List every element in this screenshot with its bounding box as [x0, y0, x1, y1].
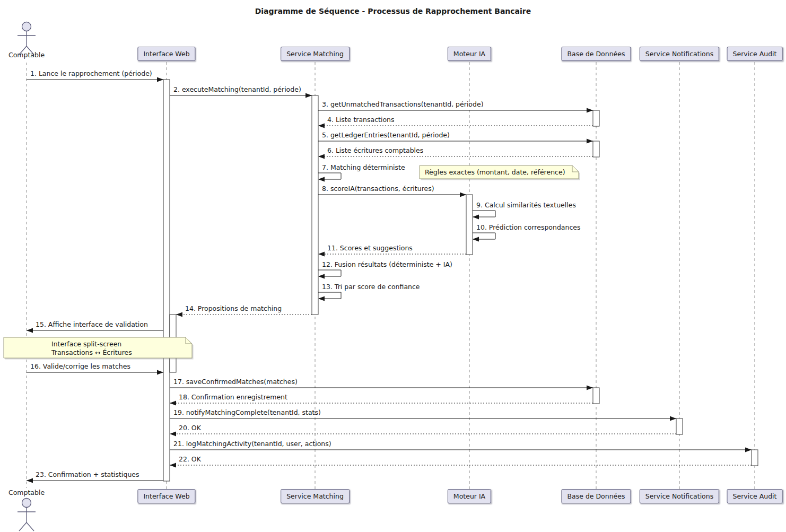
message-5: 5. getLedgerEntries(tenantId, période) [318, 131, 593, 144]
participant-box-notif-top: Service Notifications [640, 47, 719, 61]
message-label: 17. saveConfirmedMatches(matches) [173, 378, 298, 386]
message-label: 21. logMatchingActivity(tenantId, user, … [173, 440, 331, 448]
sequence-diagram: Règles exactes (montant, date, référence… [0, 0, 786, 532]
message-label: 23. Confirmation + statistiques [36, 470, 139, 478]
message-14: 14. Propositions de matching [176, 304, 312, 317]
arrowhead-icon [27, 328, 33, 333]
arrowhead-icon [318, 154, 325, 159]
message-2: 2. executeMatching(tenantId, période) [170, 85, 312, 98]
message-20: 20. OK [170, 424, 676, 437]
message-label: 16. Valide/corrige les matches [30, 362, 130, 370]
activation-bar-web [163, 80, 170, 481]
message-label: 7. Matching déterministe [322, 163, 405, 171]
arrowhead-icon [460, 193, 466, 197]
participant-box-bdd-bottom: Base de Données [561, 489, 631, 503]
message-11: 11. Scores et suggestions [318, 244, 466, 257]
message-15: 15. Affiche interface de validation [27, 320, 163, 333]
message-label: 18. Confirmation enregistrement [179, 393, 287, 401]
message-label: 19. notifyMatchingComplete(tenantId, sta… [173, 408, 321, 416]
participant-box-web-bottom: Interface Web [137, 489, 195, 503]
actor-label-bottom: Comptable [8, 489, 45, 496]
diagram-canvas: Règles exactes (montant, date, référence… [0, 0, 786, 532]
message-label: 2. executeMatching(tenantId, période) [173, 85, 301, 93]
message-label: 22. OK [179, 455, 202, 463]
message-label: 11. Scores et suggestions [327, 244, 413, 252]
note-text: Interface split-screen [51, 340, 121, 348]
message-21: 21. logMatchingActivity(tenantId, user, … [170, 440, 752, 452]
activation-bar-bdd [593, 110, 599, 126]
participant-box-ia-bottom: Moteur IA [448, 489, 491, 503]
arrowhead-icon [587, 386, 593, 390]
arrowhead-icon [157, 77, 163, 82]
message-18: 18. Confirmation enregistrement [170, 393, 593, 406]
arrowhead-icon [170, 463, 176, 468]
message-8: 8. scoreIA(transactions, écritures) [318, 185, 466, 197]
note-interface-split-screen: Interface split-screenTransactions ↔ Écr… [4, 337, 194, 360]
arrowhead-icon [587, 139, 593, 144]
message-label: 20. OK [179, 424, 202, 432]
participant-box-matching-bottom: Service Matching [281, 489, 350, 503]
message-label: 6. Liste écritures comptables [327, 146, 423, 154]
message-7: 7. Matching déterministe [318, 163, 405, 182]
participant-box-notif-bottom: Service Notifications [640, 489, 719, 503]
message-label: 13. Tri par score de confiance [322, 283, 420, 291]
arrowhead-icon [587, 108, 593, 113]
message-3: 3. getUnmatchedTransactions(tenantId, pé… [318, 100, 593, 113]
arrowhead-icon [157, 370, 163, 375]
message-label: 14. Propositions de matching [185, 304, 282, 312]
message-4: 4. Liste transactions [318, 116, 593, 128]
message-label: 3. getUnmatchedTransactions(tenantId, pé… [322, 100, 484, 108]
note-regles-exactes: Règles exactes (montant, date, référence… [420, 165, 580, 180]
message-1: 1. Lance le rapprochement (période) [27, 69, 163, 82]
note-text: Règles exactes (montant, date, référence… [425, 168, 565, 176]
participant-box-matching-top: Service Matching [281, 47, 350, 61]
arrowhead-icon [473, 215, 479, 220]
message-12: 12. Fusion résultats (déterministe + IA) [318, 260, 452, 279]
participant-box-audit-top: Service Audit [727, 47, 783, 61]
message-23: 23. Confirmation + statistiques [27, 470, 163, 483]
arrowhead-icon [305, 93, 312, 98]
arrowhead-icon [176, 312, 182, 317]
message-10: 10. Prédiction correspondances [473, 223, 581, 242]
message-label: 12. Fusion résultats (déterministe + IA) [322, 260, 452, 268]
activation-bar-audit [752, 450, 758, 466]
message-label: 1. Lance le rapprochement (période) [30, 69, 152, 77]
message-label: 8. scoreIA(transactions, écritures) [322, 185, 434, 193]
arrowhead-icon [318, 274, 325, 279]
actor-label-top: Comptable [8, 51, 45, 59]
arrowhead-icon [318, 177, 325, 182]
message-label: 5. getLedgerEntries(tenantId, période) [322, 131, 450, 139]
arrowhead-icon [745, 448, 752, 452]
message-16: 16. Valide/corrige les matches [27, 362, 163, 375]
activation-bar-ia [466, 195, 473, 255]
participant-box-ia-top: Moteur IA [448, 47, 491, 61]
participant-box-bdd-top: Base de Données [561, 47, 631, 61]
message-label: 9. Calcul similarités textuelles [476, 201, 576, 209]
message-13: 13. Tri par score de confiance [318, 283, 420, 301]
message-19: 19. notifyMatchingComplete(tenantId, sta… [170, 408, 676, 421]
arrowhead-icon [170, 401, 176, 406]
message-label: 4. Liste transactions [327, 116, 395, 124]
participant-box-audit-bottom: Service Audit [727, 489, 783, 503]
diagram-title: Diagramme de Séquence - Processus de Rap… [0, 7, 786, 15]
arrowhead-icon [473, 237, 479, 242]
activation-bar-bdd [593, 141, 599, 157]
activation-bar-notif [676, 418, 683, 434]
activation-bar-bdd [593, 388, 599, 404]
actor-figure-top [18, 22, 36, 55]
arrowhead-icon [318, 296, 325, 301]
arrowhead-icon [318, 124, 325, 128]
message-6: 6. Liste écritures comptables [318, 146, 593, 159]
message-22: 22. OK [170, 455, 752, 468]
arrowhead-icon [27, 478, 33, 483]
message-label: 15. Affiche interface de validation [36, 320, 148, 328]
arrowhead-icon [170, 432, 176, 437]
actor-figure-bottom [18, 499, 36, 531]
activation-bar-matching [312, 95, 318, 315]
participant-box-web-top: Interface Web [137, 47, 195, 61]
message-label: 10. Prédiction correspondances [476, 223, 581, 231]
arrowhead-icon [670, 416, 676, 421]
note-text: Transactions ↔ Écritures [51, 348, 132, 356]
arrowhead-icon [318, 252, 325, 257]
message-9: 9. Calcul similarités textuelles [473, 201, 576, 220]
